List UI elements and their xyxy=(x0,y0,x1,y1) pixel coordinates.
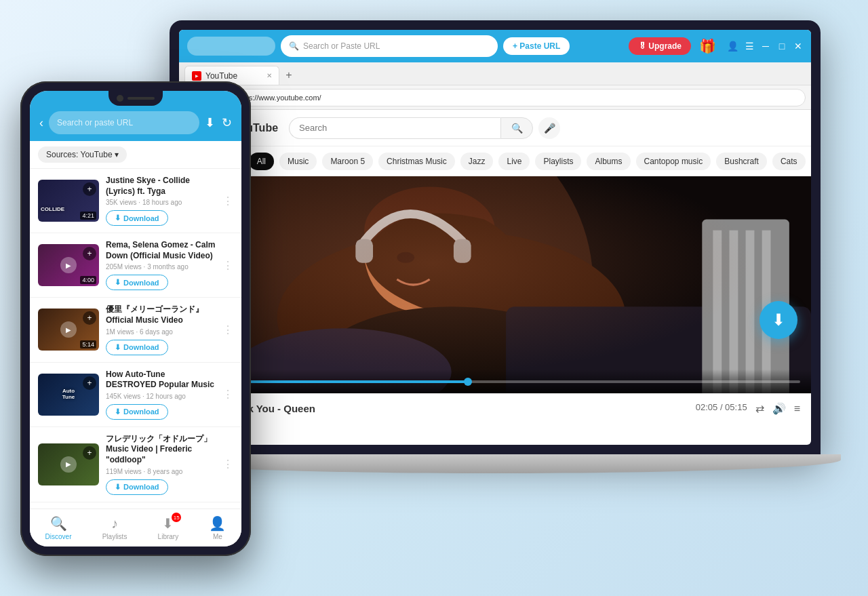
volume-ctrl-button[interactable]: 🔊 xyxy=(772,402,786,415)
video-info: How Auto-Tune DESTROYED Popular Music 14… xyxy=(106,370,216,420)
list-item: + AutoTune How Auto-Tune DESTROYED Popul… xyxy=(30,363,241,427)
yt-search-button[interactable]: 🔍 xyxy=(500,117,533,139)
yt-chip-albums[interactable]: Albums xyxy=(587,153,630,170)
phone-back-button[interactable]: ‹ xyxy=(39,116,43,130)
me-icon: 👤 xyxy=(209,515,226,532)
add-icon[interactable]: + xyxy=(83,376,96,390)
download-button[interactable]: ⬇ Download xyxy=(106,340,168,355)
app-search-container[interactable]: 🔍 Search or Paste URL xyxy=(281,35,498,57)
discover-label: Discover xyxy=(45,533,72,540)
youtube-content: ☰ YouTube 🔍 🎤 🏠 Home xyxy=(179,110,811,445)
video-meta: 205M views · 3 months ago xyxy=(106,263,216,271)
download-button[interactable]: ⬇ Download xyxy=(106,479,168,495)
progress-fill xyxy=(247,380,468,383)
tab-close-button[interactable]: ✕ xyxy=(267,72,272,79)
phone-device: ‹ Search or paste URL ⬇ ↻ Sources: YouTu… xyxy=(20,81,251,556)
phone-download-icon[interactable]: ⬇ xyxy=(205,115,215,130)
play-icon: ▶ xyxy=(60,257,77,273)
maximize-button[interactable]: □ xyxy=(777,41,787,51)
more-options-icon[interactable]: ⋮ xyxy=(222,458,233,471)
add-icon[interactable]: + xyxy=(83,182,96,196)
player-controls: 02:05 / 05:15 ⇄ 🔊 ≡ xyxy=(696,402,800,415)
phone-search-bar[interactable]: Search or paste URL xyxy=(49,111,199,134)
nav-me[interactable]: 👤 Me xyxy=(203,513,231,543)
yt-chip-live[interactable]: Live xyxy=(498,153,530,170)
more-options-icon[interactable]: ⋮ xyxy=(222,195,233,207)
video-thumbnail: + ▶ xyxy=(38,443,99,485)
paste-url-button[interactable]: + Paste URL xyxy=(503,37,570,55)
list-item: + COLLIDE 4:21 Justine Skye - Collide (L… xyxy=(30,169,241,233)
new-tab-button[interactable]: + xyxy=(279,66,298,85)
url-bar[interactable]: https://www.youtube.com/ xyxy=(227,89,806,106)
more-options-icon[interactable]: ⋮ xyxy=(222,259,233,272)
phone-notch xyxy=(108,91,163,106)
browser-tabs-bar: YouTube ✕ + xyxy=(179,62,811,85)
video-thumbnail: + COLLIDE 4:21 xyxy=(38,180,99,222)
video-controls-bar: ▶ ⏭ 🔊 xyxy=(179,370,811,393)
phone-bottom-nav: 🔍 Discover ♪ Playlists 15 ⬇ Library 👤 Me xyxy=(30,509,241,547)
shuffle-button[interactable]: ⇄ xyxy=(755,402,764,415)
progress-dot xyxy=(464,378,472,386)
app-logo xyxy=(187,37,275,56)
nav-playlists[interactable]: ♪ Playlists xyxy=(97,513,133,543)
yt-chip-music[interactable]: Music xyxy=(279,153,317,170)
video-meta: 1M views · 6 days ago xyxy=(106,328,216,336)
download-fab-button[interactable]: ⬇ xyxy=(760,301,797,339)
phone-refresh-icon[interactable]: ↻ xyxy=(222,115,232,130)
yt-chip-christmas[interactable]: Christmas Music xyxy=(378,153,455,170)
library-badge: 15 xyxy=(172,513,181,522)
yt-chip-cantopop[interactable]: Cantopop music xyxy=(636,153,711,170)
video-player[interactable]: ▶ ⏭ 🔊 ⬇ xyxy=(179,176,811,393)
phone-speaker xyxy=(127,97,155,100)
video-overlay xyxy=(179,176,811,393)
player-time: 02:05 / 05:15 xyxy=(696,402,747,415)
add-icon[interactable]: + xyxy=(83,247,96,260)
laptop-screen: 🔍 Search or Paste URL + Paste URL 🎖 Upgr… xyxy=(170,20,821,454)
yt-chip-jazz[interactable]: Jazz xyxy=(460,153,494,170)
progress-bar[interactable] xyxy=(247,380,800,383)
video-info: Rema, Selena Gomez - Calm Down (Official… xyxy=(106,240,216,290)
source-selector[interactable]: Sources: YouTube ▾ xyxy=(38,146,127,163)
more-options-icon[interactable]: ⋮ xyxy=(222,323,233,336)
yt-chip-playlists[interactable]: Playlists xyxy=(535,153,581,170)
video-info: Justine Skye - Collide (Lyrics) ft. Tyga… xyxy=(106,176,216,226)
yt-chip-all[interactable]: All xyxy=(249,153,274,170)
add-icon[interactable]: + xyxy=(83,311,96,325)
play-icon: ▶ xyxy=(60,321,77,338)
yt-mic-button[interactable]: 🎤 xyxy=(538,117,560,139)
laptop-base xyxy=(149,454,841,473)
yt-chips-bar: 🏠 Home All Music Maroon 5 Christmas Musi… xyxy=(179,146,811,176)
laptop-device: 🔍 Search or Paste URL + Paste URL 🎖 Upgr… xyxy=(170,20,834,549)
video-thumbnail: + ▶ 4:00 xyxy=(38,244,99,286)
nav-discover[interactable]: 🔍 Discover xyxy=(40,513,77,543)
download-button[interactable]: ⬇ Download xyxy=(106,275,168,290)
gift-icon[interactable]: 🎁 xyxy=(699,38,716,54)
nav-library[interactable]: 15 ⬇ Library xyxy=(153,513,184,543)
minimize-button[interactable]: ─ xyxy=(761,41,770,51)
list-item: + ▶ ファイトソング (Fight Song) - Eve Music Vid… xyxy=(30,502,241,509)
close-button[interactable]: ✕ xyxy=(793,41,803,51)
add-icon[interactable]: + xyxy=(83,446,96,460)
upgrade-button[interactable]: 🎖 Upgrade xyxy=(629,37,691,55)
me-label: Me xyxy=(213,533,222,540)
player-info-bar: We Will Rock You - Queen 02:05 / 05:15 ⇄… xyxy=(179,393,811,423)
download-button[interactable]: ⬇ Download xyxy=(106,404,168,420)
video-meta: 35K views · 18 hours ago xyxy=(106,199,216,206)
yt-search-container: 🔍 🎤 xyxy=(289,117,560,139)
download-button[interactable]: ⬇ Download xyxy=(106,210,168,226)
phone-header-icons: ⬇ ↻ xyxy=(205,115,232,130)
user-icon[interactable]: 👤 xyxy=(727,41,738,52)
source-label: Sources: YouTube ▾ xyxy=(46,150,119,159)
menu-icon[interactable]: ☰ xyxy=(745,41,754,52)
more-options-icon[interactable]: ⋮ xyxy=(222,388,233,401)
video-info: 優里『メリーゴーランド』Official Music Video 1M view… xyxy=(106,304,216,355)
yt-search-input[interactable] xyxy=(289,117,500,139)
yt-chip-cats[interactable]: Cats xyxy=(772,153,806,170)
youtube-tab-icon xyxy=(192,71,201,81)
queue-button[interactable]: ≡ xyxy=(794,402,800,415)
yt-chip-bushcraft[interactable]: Bushcraft xyxy=(716,153,767,170)
yt-main-content: ▶ ⏭ 🔊 ⬇ xyxy=(179,176,811,445)
youtube-header: ☰ YouTube 🔍 🎤 xyxy=(179,110,811,146)
browser-toolbar: ‹ › ↻ https://www.youtube.com/ xyxy=(179,85,811,110)
yt-chip-maroon5[interactable]: Maroon 5 xyxy=(322,153,373,170)
